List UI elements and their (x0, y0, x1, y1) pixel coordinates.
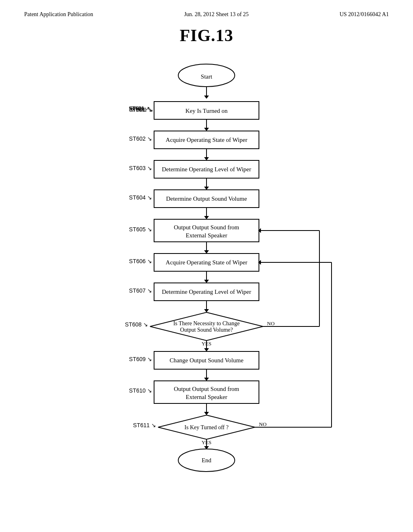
label-st607: ST607 ↘ (129, 287, 152, 294)
header-right: US 2012/0166042 A1 (340, 11, 389, 18)
st608-text-1: Is There Necessity to Change (173, 320, 240, 326)
label-st604: ST604 ↘ (129, 194, 152, 201)
label-st610: ST610 ↘ (129, 387, 152, 394)
st604-text: Determine Output Sound Volume (166, 195, 247, 202)
st605-text-1: Output Output Sound from (174, 224, 239, 231)
st601-text: Key Is Turned on (186, 108, 228, 114)
st602-text: Acquire Operating State of Wiper (166, 137, 247, 143)
label-st608: ST608 ↘ (125, 321, 148, 328)
label-st611: ST611 ↘ (133, 422, 156, 428)
label-st609: ST609 ↘ (129, 356, 152, 362)
st610-text-2: External Speaker (186, 394, 227, 400)
svg-marker-24 (204, 309, 209, 312)
page-header: Patent Application Publication Jun. 28, … (0, 0, 413, 22)
start-label: Start (201, 73, 213, 80)
st611-text: Is Key Turned off ? (184, 424, 228, 430)
header-left: Patent Application Publication (24, 11, 93, 18)
svg-marker-26 (204, 348, 209, 351)
flowchart: Start ST601 ↗ ST601 Key Is Turned on ST6… (0, 57, 413, 517)
svg-marker-12 (204, 187, 209, 190)
svg-marker-32 (204, 412, 209, 415)
label-st602: ST602 ↘ (129, 135, 152, 142)
st610-text-1: Output Output Sound from (174, 386, 239, 392)
label-st606: ST606 ↘ (129, 258, 152, 264)
st607-text: Determine Operating Level of Wiper (162, 289, 251, 295)
st609-text: Change Output Sound Volume (169, 357, 244, 364)
svg-marker-6 (204, 128, 209, 131)
svg-marker-2 (204, 96, 209, 99)
label-st601: ST601 ↘ (129, 106, 152, 113)
st608-no: NO (267, 320, 275, 326)
header-middle: Jun. 28, 2012 Sheet 13 of 25 (184, 11, 248, 18)
flowchart-svg: Start ST601 ↗ ST601 Key Is Turned on ST6… (25, 57, 388, 501)
svg-marker-15 (204, 216, 209, 219)
svg-marker-9 (204, 157, 209, 160)
st606-text: Acquire Operating State of Wiper (166, 259, 247, 266)
st603-text: Determine Operating Level of Wiper (162, 166, 251, 172)
end-label: End (202, 457, 212, 463)
svg-marker-21 (204, 280, 209, 283)
st608-text-2: Output Sound Volume? (180, 327, 233, 333)
label-st605: ST605 ↘ (129, 226, 152, 233)
svg-marker-18 (204, 250, 209, 254)
figure-title: FIG.13 (0, 26, 413, 45)
svg-marker-29 (204, 378, 209, 381)
label-st603: ST603 ↘ (129, 165, 152, 171)
st605-text-2: External Speaker (186, 232, 227, 239)
st611-no: NO (259, 421, 267, 427)
